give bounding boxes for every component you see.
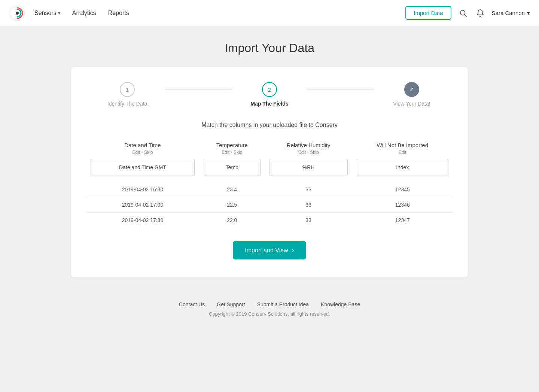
field-box-1[interactable]: Temp: [204, 159, 261, 176]
table-row: 2019-04-02 17:3022.03312347: [86, 213, 453, 228]
footer-link-1[interactable]: Get Support: [217, 301, 245, 307]
logo[interactable]: [9, 5, 25, 21]
user-chevron-icon: ▾: [527, 10, 530, 16]
svg-point-1: [16, 12, 19, 15]
navbar: Sensors ▾ Analytics Reports Import Data …: [0, 0, 539, 26]
field-box-2[interactable]: %RH: [270, 159, 348, 176]
analytics-nav[interactable]: Analytics: [72, 10, 96, 16]
search-button[interactable]: [457, 7, 469, 19]
col-header-0: Date and Time: [86, 142, 199, 150]
col-sub-2: Edit • Skip: [265, 150, 352, 159]
search-icon: [459, 9, 467, 17]
col-field-3: Index: [352, 159, 453, 182]
col-sub-0: Edit • Skip: [86, 150, 199, 159]
table-row: 2019-04-02 17:0022.53312346: [86, 197, 453, 213]
arrow-right-icon: ›: [292, 246, 294, 254]
sensors-chevron-icon: ▾: [58, 10, 60, 16]
sensors-nav[interactable]: Sensors ▾: [34, 10, 60, 16]
step-3-label: View Your Data!: [393, 101, 430, 107]
cell-0-0: 2019-04-02 16:30: [86, 182, 199, 197]
col-header-1: Temperature: [199, 142, 265, 150]
cell-1-2: 33: [265, 197, 352, 213]
step-1: 1 Identify The Data: [90, 82, 165, 107]
cell-2-3: 12347: [352, 213, 453, 228]
cell-2-2: 33: [265, 213, 352, 228]
cell-0-3: 12345: [352, 182, 453, 197]
step-3-circle: ✓: [404, 82, 419, 97]
import-data-button[interactable]: Import Data: [405, 6, 451, 20]
svg-line-3: [465, 15, 466, 16]
col-sub-3: Edit: [352, 150, 453, 159]
navbar-right: Import Data Sara Cannon ▾: [405, 6, 530, 20]
step-2-circle: 2: [262, 82, 277, 97]
cell-2-1: 22.0: [199, 213, 265, 228]
field-box-3[interactable]: Index: [357, 159, 448, 176]
step-connector-1: [165, 89, 232, 90]
cell-1-3: 12346: [352, 197, 453, 213]
step-3: ✓ View Your Data!: [374, 82, 449, 107]
notification-button[interactable]: [475, 7, 486, 19]
bell-icon: [476, 9, 484, 17]
import-view-button[interactable]: Import and View ›: [233, 241, 306, 259]
instructions: Match the columns in your uploaded file …: [86, 122, 453, 128]
import-card: 1 Identify The Data 2 Map The Fields ✓ V…: [71, 67, 468, 277]
step-1-label: Identify The Data: [107, 101, 147, 107]
footer-links: Contact UsGet SupportSubmit a Product Id…: [179, 301, 360, 307]
field-box-0[interactable]: Date and Time GMT: [91, 159, 195, 176]
footer-copyright: Copyright © 2019 Conserv Solutions, all …: [179, 311, 360, 317]
footer-link-0[interactable]: Contact Us: [179, 301, 205, 307]
import-view-label: Import and View: [245, 247, 288, 254]
user-name: Sara Cannon: [492, 10, 525, 16]
step-1-circle: 1: [120, 82, 135, 97]
reports-nav[interactable]: Reports: [108, 10, 129, 16]
cell-1-0: 2019-04-02 17:00: [86, 197, 199, 213]
nav-links: Sensors ▾ Analytics Reports: [34, 10, 405, 16]
cell-1-1: 22.5: [199, 197, 265, 213]
step-2: 2 Map The Fields: [232, 82, 307, 107]
cell-0-2: 33: [265, 182, 352, 197]
main-content: Import Your Data 1 Identify The Data 2 M…: [0, 26, 539, 338]
col-header-2: Relative Humidity: [265, 142, 352, 150]
cell-2-0: 2019-04-02 17:30: [86, 213, 199, 228]
step-2-label: Map The Fields: [250, 101, 288, 107]
col-header-3: Will Not Be Imported: [352, 142, 453, 150]
col-field-0: Date and Time GMT: [86, 159, 199, 182]
col-field-2: %RH: [265, 159, 352, 182]
mapping-table: Date and TimeTemperatureRelative Humidit…: [86, 142, 453, 228]
col-sub-1: Edit • Skip: [199, 150, 265, 159]
table-row: 2019-04-02 16:3023.43312345: [86, 182, 453, 197]
step-connector-2: [307, 89, 374, 90]
footer-link-2[interactable]: Submit a Product Idea: [257, 301, 309, 307]
cell-0-1: 23.4: [199, 182, 265, 197]
stepper: 1 Identify The Data 2 Map The Fields ✓ V…: [86, 82, 453, 107]
user-menu[interactable]: Sara Cannon ▾: [492, 10, 530, 16]
page-title: Import Your Data: [225, 41, 314, 55]
col-field-1: Temp: [199, 159, 265, 182]
footer-link-3[interactable]: Knowledge Base: [321, 301, 360, 307]
footer: Contact UsGet SupportSubmit a Product Id…: [179, 292, 360, 323]
